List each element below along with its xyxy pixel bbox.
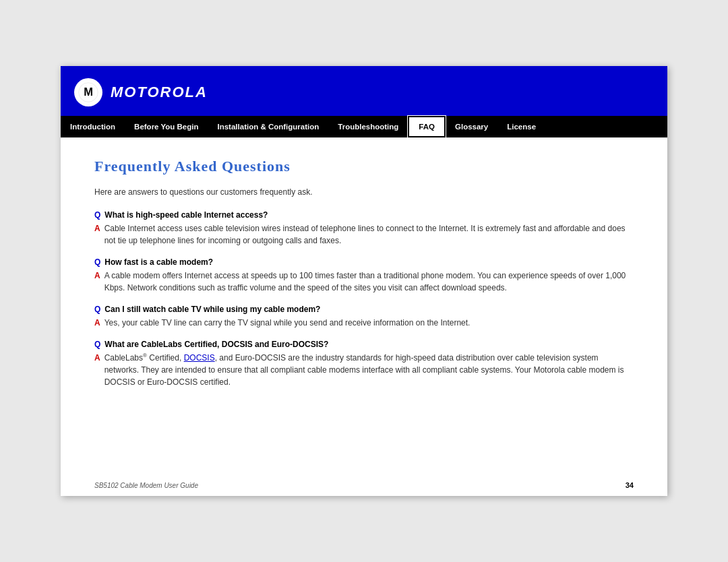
q-label-1: Q xyxy=(94,210,100,220)
nav-bar: Introduction Before You Begin Installati… xyxy=(61,116,667,137)
faq-question-text-3: Can I still watch cable TV while using m… xyxy=(104,305,320,314)
svg-text:M: M xyxy=(84,86,93,98)
faq-answer-text-1: Cable Internet access uses cable televis… xyxy=(104,222,634,247)
a-label-4: A xyxy=(94,352,100,364)
faq-answer-text-2: A cable modem offers Internet access at … xyxy=(104,270,634,294)
nav-item-troubleshooting[interactable]: Troubleshooting xyxy=(328,116,408,137)
docsis-link[interactable]: DOCSIS xyxy=(184,353,215,363)
faq-question-3: Q Can I still watch cable TV while using… xyxy=(94,305,634,314)
q-label-2: Q xyxy=(94,257,100,267)
footer-page-number: 34 xyxy=(626,481,634,489)
nav-item-before-you-begin[interactable]: Before You Begin xyxy=(125,116,208,137)
faq-answer-text-3: Yes, your cable TV line can carry the TV… xyxy=(104,317,634,329)
faq-answer-2: A A cable modem offers Internet access a… xyxy=(94,270,634,294)
motorola-logo-icon: M xyxy=(78,82,98,102)
faq-item-4: Q What are CableLabs Certified, DOCSIS a… xyxy=(94,340,634,388)
brand-name: MOTOROLA xyxy=(111,84,208,101)
faq-answer-4: A CableLabs® Certified, DOCSIS, and Euro… xyxy=(94,352,634,388)
a-label-1: A xyxy=(94,222,100,235)
faq-question-text-4: What are CableLabs Certified, DOCSIS and… xyxy=(104,340,328,349)
faq-question-text-2: How fast is a cable modem? xyxy=(104,257,213,267)
faq-answer-3: A Yes, your cable TV line can carry the … xyxy=(94,317,634,329)
logo-circle: M xyxy=(74,78,102,106)
a-label-3: A xyxy=(94,317,100,329)
intro-text: Here are answers to questions our custom… xyxy=(94,187,634,197)
faq-answer-1: A Cable Internet access uses cable telev… xyxy=(94,222,634,247)
a-label-2: A xyxy=(94,270,100,282)
q-label-4: Q xyxy=(94,340,100,349)
footer-guide-title: SB5102 Cable Modem User Guide xyxy=(94,482,198,489)
nav-item-license[interactable]: License xyxy=(497,116,545,137)
faq-answer-text-4: CableLabs® Certified, DOCSIS, and Euro-D… xyxy=(104,352,634,388)
nav-item-faq[interactable]: FAQ xyxy=(408,116,446,137)
faq-item-2: Q How fast is a cable modem? A A cable m… xyxy=(94,257,634,294)
faq-item-3: Q Can I still watch cable TV while using… xyxy=(94,305,634,329)
page-title: Frequently Asked Questions xyxy=(94,158,634,175)
main-content: Frequently Asked Questions Here are answ… xyxy=(61,137,667,461)
header: M MOTOROLA xyxy=(61,66,667,116)
page: M MOTOROLA Introduction Before You Begin… xyxy=(61,66,667,496)
faq-question-4: Q What are CableLabs Certified, DOCSIS a… xyxy=(94,340,634,349)
faq-question-2: Q How fast is a cable modem? xyxy=(94,257,634,267)
faq-item-1: Q What is high-speed cable Internet acce… xyxy=(94,210,634,247)
nav-item-introduction[interactable]: Introduction xyxy=(61,116,125,137)
faq-question-text-1: What is high-speed cable Internet access… xyxy=(104,210,268,220)
faq-question-1: Q What is high-speed cable Internet acce… xyxy=(94,210,634,220)
footer: SB5102 Cable Modem User Guide 34 xyxy=(61,474,667,496)
q-label-3: Q xyxy=(94,305,100,314)
nav-item-installation[interactable]: Installation & Configuration xyxy=(208,116,329,137)
nav-item-glossary[interactable]: Glossary xyxy=(446,116,497,137)
